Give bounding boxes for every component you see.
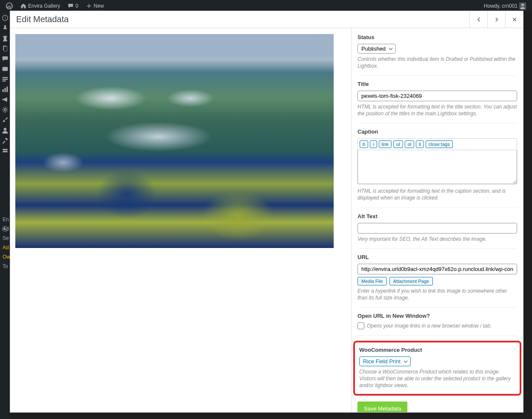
ul-button[interactable]: ul — [393, 140, 403, 148]
wp-logo[interactable] — [3, 3, 15, 9]
bold-button[interactable]: b — [360, 140, 368, 148]
brush-icon[interactable] — [1, 116, 9, 124]
wordpress-icon — [6, 3, 13, 9]
comment-count: 0 — [75, 3, 78, 9]
tools-icon[interactable] — [1, 137, 9, 144]
new-window-check-label: Opens your image links in a new browser … — [367, 323, 492, 329]
dashboard-icon[interactable] — [1, 14, 9, 22]
pages-icon[interactable] — [1, 45, 9, 52]
svg-rect-16 — [3, 151, 7, 152]
howdy-link[interactable]: Howdy, crn001 — [481, 3, 529, 9]
megaphone-icon[interactable] — [1, 96, 9, 103]
status-select[interactable]: Published — [358, 44, 396, 54]
comments-link[interactable]: 0 — [65, 3, 81, 9]
caption-textarea[interactable] — [358, 150, 517, 184]
avatar-icon — [519, 3, 526, 9]
next-button[interactable] — [487, 11, 505, 28]
caption-label: Caption — [358, 128, 517, 135]
plugins-icon[interactable] — [1, 147, 9, 154]
howdy-text: Howdy, crn001 — [484, 3, 518, 9]
home-icon — [20, 3, 26, 9]
new-window-label: Open URL in New Window? — [358, 313, 517, 319]
svg-rect-12 — [6, 87, 8, 92]
close-button[interactable] — [505, 11, 523, 28]
alt-label: Alt Text — [358, 213, 517, 219]
caption-group: Caption b i link ul ol li close tags HTM… — [358, 128, 517, 208]
image-preview — [15, 34, 334, 248]
url-label: URL — [358, 254, 517, 260]
chevron-right-icon — [494, 17, 500, 23]
image-preview-area — [10, 28, 351, 412]
chevron-left-icon — [476, 17, 482, 23]
modal-title: Edit Metadata — [16, 14, 69, 24]
svg-rect-5 — [3, 46, 7, 51]
svg-rect-7 — [2, 77, 8, 78]
italic-button[interactable]: i — [370, 140, 377, 148]
svg-rect-10 — [2, 89, 3, 92]
caption-help: HTML is accepted for formatting text in … — [358, 188, 517, 201]
prev-button[interactable] — [469, 11, 487, 28]
woo-select[interactable]: Rice Field Print — [359, 356, 411, 366]
modal-header: Edit Metadata — [10, 11, 523, 28]
close-icon — [512, 17, 517, 22]
admin-bar: Envira Gallery 0 New Howdy, crn001 — [0, 0, 532, 11]
caption-toolbar: b i link ul ol li close tags — [358, 138, 517, 150]
title-group: Title HTML is accepted for formatting te… — [358, 81, 517, 123]
title-input[interactable] — [358, 91, 517, 101]
media-file-button[interactable]: Media File — [358, 277, 387, 285]
status-help: Controls whether this individual item is… — [358, 56, 517, 69]
site-name: Envira Gallery — [28, 3, 60, 9]
stats-icon[interactable] — [1, 86, 9, 93]
svg-point-14 — [3, 128, 6, 130]
plus-icon — [86, 3, 92, 9]
svg-rect-6 — [2, 67, 8, 71]
status-group: Status Published Controls whether this i… — [358, 34, 517, 76]
status-label: Status — [358, 34, 517, 40]
comments-icon[interactable] — [1, 55, 9, 63]
url-help: Enter a hyperlink if you wish to link th… — [358, 288, 517, 301]
pin-icon[interactable] — [1, 24, 9, 32]
li-button[interactable]: li — [416, 140, 424, 148]
closetags-button[interactable]: close tags — [426, 140, 453, 148]
comment-icon — [68, 3, 74, 9]
woocommerce-highlight: WooCommerce Product Rice Field Print Cho… — [353, 341, 521, 396]
new-label: New — [94, 3, 104, 9]
woo-label: WooCommerce Product — [359, 347, 515, 353]
badge-icon[interactable] — [1, 65, 9, 73]
link-button[interactable]: link — [379, 140, 392, 148]
new-window-group: Open URL in New Window? Opens your image… — [358, 313, 517, 336]
forms-icon[interactable] — [1, 75, 9, 83]
attachment-page-button[interactable]: Attachment Page — [389, 277, 433, 285]
admin-submenu: En Ad Se Ad Ow To — [3, 215, 10, 271]
new-window-checkbox[interactable] — [358, 322, 364, 329]
edit-metadata-modal: Edit Metadata Status Published Controls … — [10, 11, 523, 413]
users-icon[interactable] — [1, 126, 9, 134]
svg-point-13 — [4, 109, 6, 111]
url-input[interactable] — [358, 264, 517, 274]
title-help: HTML is accepted for formatting text in … — [358, 104, 517, 117]
svg-point-2 — [521, 3, 524, 6]
alt-group: Alt Text Very important for SEO, the Alt… — [358, 213, 517, 249]
svg-rect-8 — [2, 79, 8, 80]
admin-menu: En Ad Se Ad Ow To — [0, 11, 10, 419]
title-label: Title — [358, 81, 517, 87]
svg-rect-9 — [2, 80, 6, 81]
alt-help: Very important for SEO, the Alt Text des… — [358, 236, 517, 243]
ol-button[interactable]: ol — [405, 140, 415, 148]
save-metadata-button[interactable]: Save Metadata — [358, 402, 407, 412]
metadata-sidebar: Status Published Controls whether this i… — [351, 28, 523, 412]
media-icon[interactable] — [1, 34, 9, 42]
svg-rect-11 — [4, 88, 6, 92]
svg-rect-15 — [3, 149, 7, 150]
new-link[interactable]: New — [83, 3, 106, 9]
alt-input[interactable] — [358, 223, 517, 234]
url-group: URL Media File Attachment Page Enter a h… — [358, 254, 517, 308]
gear-icon[interactable] — [1, 106, 9, 114]
woo-help: Choose a WooCommerce Product which relat… — [359, 369, 515, 389]
site-link[interactable]: Envira Gallery — [18, 3, 63, 9]
